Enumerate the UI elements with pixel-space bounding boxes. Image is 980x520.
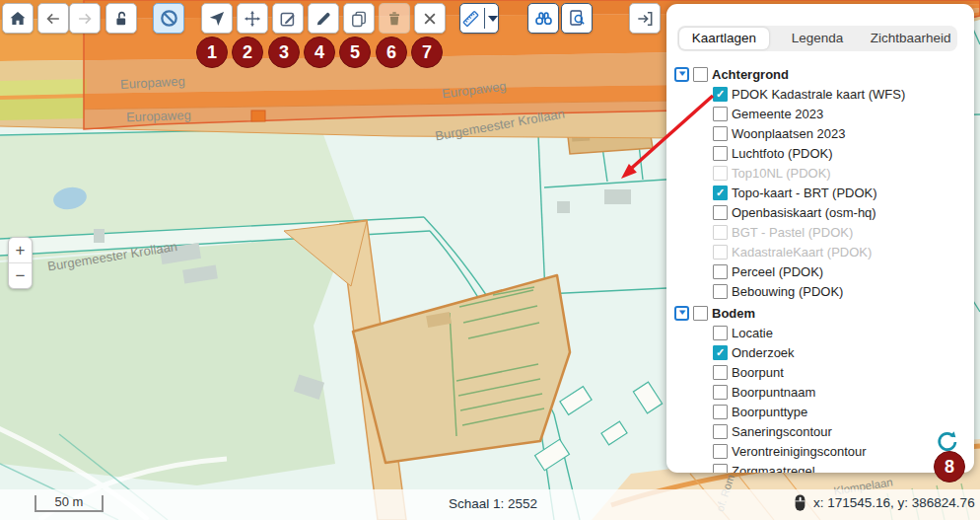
layer-row[interactable]: Woonplaatsen 2023 [666,123,974,143]
delete-tool-button[interactable] [379,3,410,34]
layer-row[interactable]: Zorgmaatregel [666,461,974,473]
tab-zichtbaarheid[interactable]: Zichtbaarheid [866,28,955,49]
tab-legenda[interactable]: Legenda [773,28,863,49]
forward-button[interactable] [69,3,101,34]
back-button[interactable] [37,3,69,34]
edit-box-icon [278,9,298,29]
zoom-out-button[interactable]: − [9,263,32,288]
group-checkbox[interactable] [693,306,708,321]
arrow-right-icon [75,9,95,29]
zoom-control: + − [8,237,33,289]
navigation-arrow-icon [207,9,227,29]
annotation-badge-4: 4 [304,37,335,68]
panel-tabbar: Kaartlagen Legenda Zichtbaarheid [677,26,957,51]
layer-row[interactable]: Top10NL (PDOK) [666,163,974,183]
layer-checkbox[interactable] [713,264,728,279]
layer-group-bodem[interactable]: Bodem [666,303,974,323]
layer-checkbox[interactable] [713,107,728,121]
status-bar: 50 m Schaal 1: 2552 x: 171545.16, y: 386… [0,489,980,520]
layer-row[interactable]: Boorpunttype [666,402,974,421]
layer-checkbox[interactable] [713,225,728,240]
group-checkbox[interactable] [693,67,708,82]
layer-checkbox[interactable] [713,405,728,419]
layer-label: BGT - Pastel (PDOK) [732,225,853,240]
layer-checkbox[interactable] [713,186,728,200]
block-icon [159,8,179,29]
layer-row[interactable]: Verontreinigingscontour [666,441,974,461]
ruler-icon [460,8,481,30]
layer-row[interactable]: Boorpuntnaam [666,382,974,402]
measure-tool-button[interactable] [459,3,499,34]
layer-row[interactable]: Topo-kaart - BRT (PDOK) [666,183,974,202]
layer-label: Boorpunt [732,365,784,380]
layer-checkbox[interactable] [713,444,728,459]
layer-checkbox[interactable] [713,87,728,102]
select-tool-button[interactable] [201,3,233,34]
layer-label: Woonplaatsen 2023 [732,126,845,141]
layer-checkbox[interactable] [713,245,728,260]
layer-row[interactable]: PDOK Kadastrale kaart (WFS) [666,84,974,104]
layer-row[interactable]: Luchtfoto (PDOK) [666,143,974,163]
layer-row[interactable]: BGT - Pastel (PDOK) [666,222,974,242]
layer-checkbox[interactable] [713,146,728,161]
annotation-badge-8: 8 [934,451,965,483]
layer-label: Perceel (PDOK) [732,264,823,279]
home-button[interactable] [2,3,34,34]
layer-checkbox[interactable] [713,205,728,220]
chevron-down-icon[interactable] [488,16,498,22]
no-tool-button[interactable] [153,3,184,34]
collapse-chevron-checkbox[interactable] [674,306,689,321]
layer-checkbox[interactable] [713,365,728,380]
layer-checkbox[interactable] [713,464,728,474]
layer-label: Topo-kaart - BRT (PDOK) [732,186,877,200]
divider [484,8,485,29]
move-tool-button[interactable] [237,3,268,34]
scale-bar: 50 m [35,495,104,512]
layer-checkbox[interactable] [713,284,728,299]
layer-label: Top10NL (PDOK) [732,166,831,181]
layer-label: Openbasiskaart (osm-hq) [732,205,876,220]
layer-group-achtergrond[interactable]: Achtergrond [666,64,974,84]
draw-tool-button[interactable] [308,3,339,34]
exit-icon [635,9,655,29]
street-label: Europaweg [126,108,191,124]
layer-label: KadastraleKaart (PDOK) [732,245,872,260]
document-search-icon [567,8,588,29]
layer-label: Onderzoek [732,345,795,360]
annotation-badge-3: 3 [268,37,300,68]
layer-row[interactable]: Saneringscontour [666,421,974,441]
home-icon [8,9,28,29]
tab-kaartlagen[interactable]: Kaartlagen [679,28,769,49]
layer-row[interactable]: Bebouwing (PDOK) [666,281,974,301]
layer-checkbox[interactable] [713,326,728,340]
move-arrows-icon [243,9,262,29]
annotation-badge-1: 1 [196,37,228,68]
unlock-button[interactable] [105,3,137,34]
layer-checkbox[interactable] [713,385,728,400]
search-button[interactable] [527,3,559,34]
exit-button[interactable] [629,3,661,34]
layer-row[interactable]: Locatie [666,323,974,342]
copy-tool-button[interactable] [343,3,375,34]
layer-row[interactable]: Gemeente 2023 [666,104,974,123]
inspect-button[interactable] [561,3,593,34]
layer-checkbox[interactable] [713,345,728,360]
collapse-chevron-checkbox[interactable] [674,67,689,82]
layer-label: Bebouwing (PDOK) [732,284,843,299]
layer-row[interactable]: Onderzoek [666,342,974,362]
edit-tool-button[interactable] [272,3,304,34]
layer-row[interactable]: KadastraleKaart (PDOK) [666,242,974,261]
unlock-icon [111,9,131,29]
zoom-in-button[interactable]: + [9,238,32,262]
layer-row[interactable]: Perceel (PDOK) [666,261,974,281]
layer-checkbox[interactable] [713,126,728,141]
layer-label: Saneringscontour [732,424,832,439]
layer-checkbox[interactable] [713,166,728,181]
layers-panel: Kaartlagen Legenda Zichtbaarheid Achterg… [666,4,974,473]
layer-row[interactable]: Openbasiskaart (osm-hq) [666,202,974,222]
layer-checkbox[interactable] [713,424,728,439]
layer-row[interactable]: Boorpunt [666,362,974,382]
layer-tree: Achtergrond PDOK Kadastrale kaart (WFS) … [666,62,974,473]
cancel-tool-button[interactable] [414,3,446,34]
layer-label: Gemeente 2023 [732,107,823,121]
